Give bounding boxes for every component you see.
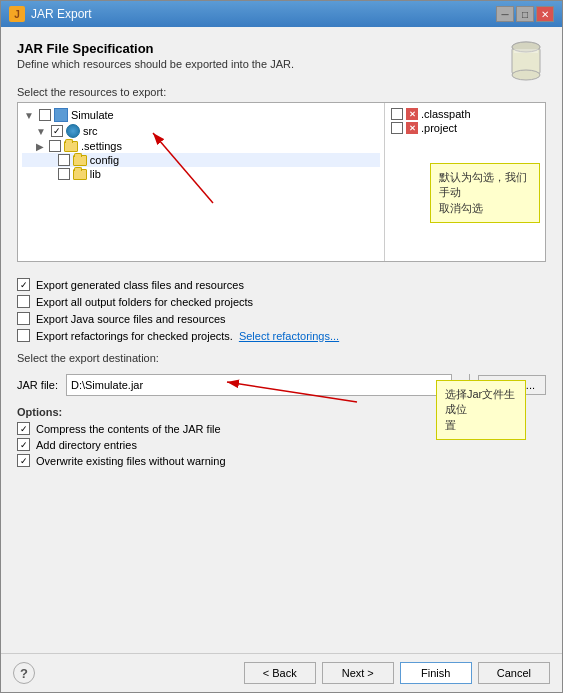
option-row-output-folders: Export all output folders for checked pr… — [17, 295, 546, 308]
checkbox-lib[interactable] — [58, 168, 70, 180]
folder-icon-lib — [73, 169, 87, 180]
x-icon-classpath: ✕ — [406, 108, 418, 120]
checkbox-settings[interactable] — [49, 140, 61, 152]
option-row-class-files: Export generated class files and resourc… — [17, 278, 546, 291]
resources-label: Select the resources to export: — [17, 86, 546, 98]
tooltip-right-pane: 默认为勾选，我们手动 取消勾选 — [430, 163, 540, 223]
svg-point-2 — [512, 70, 540, 80]
label-overwrite: Overwrite existing files without warning — [36, 455, 226, 467]
close-button[interactable]: ✕ — [536, 6, 554, 22]
next-button[interactable]: Next > — [322, 662, 394, 684]
destination-label: Select the export destination: — [17, 352, 546, 364]
cancel-button[interactable]: Cancel — [478, 662, 550, 684]
label-project: .project — [421, 122, 457, 134]
option-overwrite: Overwrite existing files without warning — [17, 454, 546, 467]
right-item-classpath[interactable]: ✕ .classpath — [389, 107, 541, 121]
label-refactorings: Export refactorings for checked projects… — [36, 330, 233, 342]
finish-button[interactable]: Finish — [400, 662, 472, 684]
select-refactorings-link[interactable]: Select refactorings... — [239, 330, 339, 342]
label-compress: Compress the contents of the JAR file — [36, 423, 221, 435]
title-bar: J JAR Export ─ □ ✕ — [1, 1, 562, 27]
jar-export-window: J JAR Export ─ □ ✕ JAR File Specificatio… — [0, 0, 563, 693]
navigation-buttons: < Back Next > Finish Cancel — [244, 662, 550, 684]
page-description: Define which resources should be exporte… — [17, 58, 546, 70]
label-output-folders: Export all output folders for checked pr… — [36, 296, 253, 308]
checkbox-src[interactable] — [51, 125, 63, 137]
tree-item-simulate[interactable]: ▼ Simulate — [22, 107, 380, 123]
resources-section: Select the resources to export: ▼ Simula… — [17, 86, 546, 268]
back-button[interactable]: < Back — [244, 662, 316, 684]
tree-label-simulate: Simulate — [71, 109, 114, 121]
checkbox-class-files[interactable] — [17, 278, 30, 291]
label-directory: Add directory entries — [36, 439, 137, 451]
jar-file-label: JAR file: — [17, 379, 58, 391]
restore-button[interactable]: □ — [516, 6, 534, 22]
right-item-project[interactable]: ✕ .project — [389, 121, 541, 135]
jar-file-input[interactable] — [67, 379, 451, 391]
main-content: JAR File Specification Define which reso… — [1, 27, 562, 653]
bottom-bar: ? < Back Next > Finish Cancel — [1, 653, 562, 692]
label-source-files: Export Java source files and resources — [36, 313, 226, 325]
resource-tree-pane[interactable]: ▼ Simulate ▼ src ▶ — [18, 103, 385, 261]
jar-decoration-icon — [506, 37, 546, 85]
header-section: JAR File Specification Define which reso… — [17, 41, 546, 76]
jar-file-input-wrap: ▼ — [66, 374, 470, 396]
option-row-source-files: Export Java source files and resources — [17, 312, 546, 325]
checkbox-compress[interactable] — [17, 422, 30, 435]
tooltip-dest: 选择Jar文件生成位 置 — [436, 380, 526, 440]
checkbox-overwrite[interactable] — [17, 454, 30, 467]
tree-item-settings[interactable]: ▶ .settings — [22, 139, 380, 153]
checkbox-config[interactable] — [58, 154, 70, 166]
folder-icon-config — [73, 155, 87, 166]
help-button[interactable]: ? — [13, 662, 35, 684]
folder-icon-settings — [64, 141, 78, 152]
globe-icon-src — [66, 124, 80, 138]
tree-item-config[interactable]: config — [22, 153, 380, 167]
tree-item-lib[interactable]: lib — [22, 167, 380, 181]
tree-label-settings: .settings — [81, 140, 122, 152]
checkbox-simulate[interactable] — [39, 109, 51, 121]
page-title: JAR File Specification — [17, 41, 546, 56]
resource-panel: ▼ Simulate ▼ src ▶ — [17, 102, 546, 262]
checkbox-project[interactable] — [391, 122, 403, 134]
checkbox-output-folders[interactable] — [17, 295, 30, 308]
label-classpath: .classpath — [421, 108, 471, 120]
tree-label-lib: lib — [90, 168, 101, 180]
tree-item-src[interactable]: ▼ src — [22, 123, 380, 139]
project-icon — [54, 108, 68, 122]
destination-section: Select the export destination: JAR file:… — [17, 352, 546, 396]
window-controls: ─ □ ✕ — [496, 6, 554, 22]
option-row-refactorings: Export refactorings for checked projects… — [17, 329, 546, 342]
label-class-files: Export generated class files and resourc… — [36, 279, 244, 291]
checkbox-classpath[interactable] — [391, 108, 403, 120]
title-bar-left: J JAR Export — [9, 6, 92, 22]
minimize-button[interactable]: ─ — [496, 6, 514, 22]
checkbox-source-files[interactable] — [17, 312, 30, 325]
svg-rect-4 — [514, 49, 538, 53]
jar-icon-small: J — [9, 6, 25, 22]
checkbox-refactorings[interactable] — [17, 329, 30, 342]
tree-label-src: src — [83, 125, 98, 137]
window-title: JAR Export — [31, 7, 92, 21]
checkbox-directory[interactable] — [17, 438, 30, 451]
x-icon-project: ✕ — [406, 122, 418, 134]
tree-label-config: config — [90, 154, 119, 166]
export-options-section: Export generated class files and resourc… — [17, 278, 546, 342]
